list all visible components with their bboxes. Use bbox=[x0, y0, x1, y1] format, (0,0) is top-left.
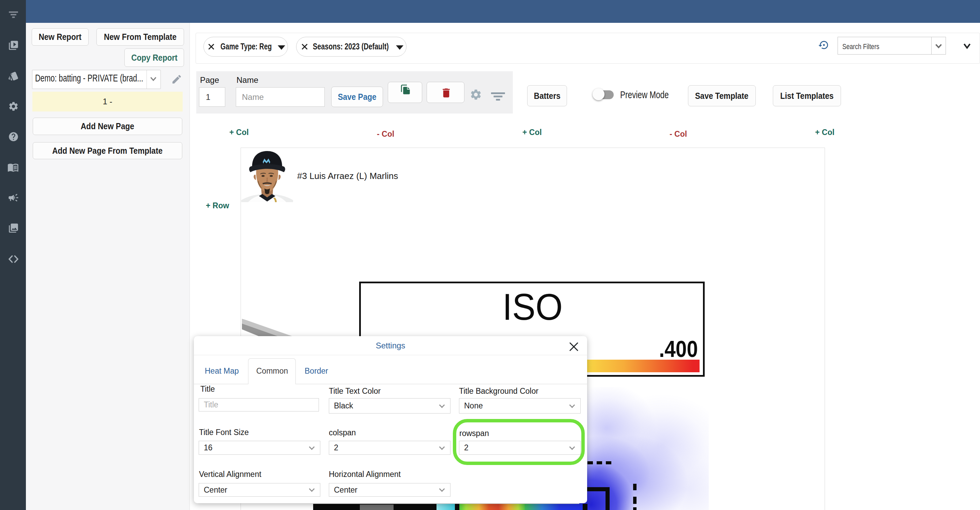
svg-text:ISO: ISO bbox=[503, 288, 563, 322]
svg-text:.400: .400 bbox=[659, 338, 698, 359]
